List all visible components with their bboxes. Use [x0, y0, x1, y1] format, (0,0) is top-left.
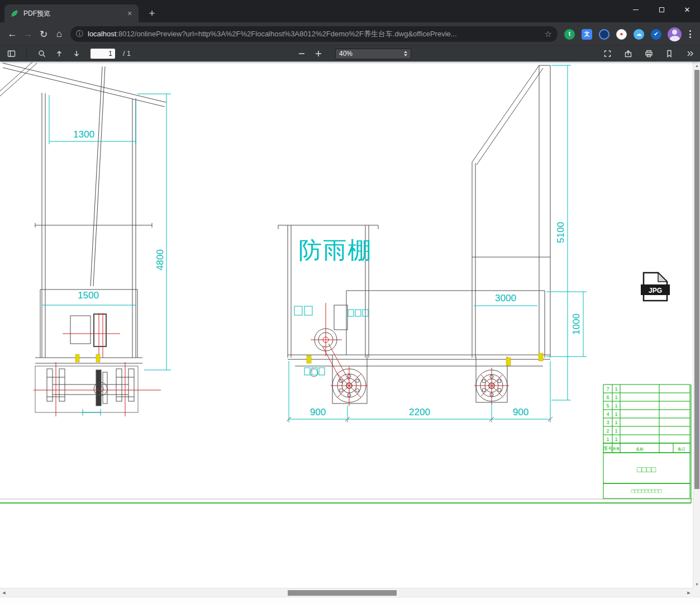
dim-front-width: 1300	[73, 129, 94, 140]
print-icon	[644, 49, 654, 58]
tb-row-no: 2	[606, 428, 609, 434]
view-bookmark-button[interactable]	[663, 47, 676, 60]
maximize-icon	[659, 7, 664, 12]
page-up-button[interactable]	[53, 47, 66, 60]
pdf-page-canvas: 1300 4800 1500 5100 3000 1000 900 2200 9…	[0, 61, 693, 588]
window-titlebar: PDF预览 ✕ + ✕	[0, 0, 700, 22]
zoom-in-button[interactable]	[312, 47, 325, 60]
extension-icon-1[interactable]: t	[563, 27, 577, 41]
arrow-down-icon	[72, 49, 81, 58]
jpg-badge-label: JPG	[649, 287, 662, 295]
zoom-value: 40%	[339, 50, 404, 58]
scroll-up-arrow-icon[interactable]: ▲	[693, 61, 700, 69]
pdf-toolbar: / 1 40%	[0, 46, 700, 61]
extension-icon-3[interactable]	[597, 27, 611, 41]
minimize-icon	[633, 10, 639, 10]
bookmark-star-icon[interactable]: ☆	[545, 29, 552, 39]
back-button[interactable]: ←	[4, 26, 20, 42]
jpg-file-icon: JPG	[641, 273, 670, 301]
tb-row-qty: 1	[615, 420, 617, 425]
forward-icon: →	[23, 29, 33, 40]
window-controls: ✕	[623, 0, 700, 19]
zoom-select[interactable]: 40%	[335, 49, 411, 59]
url-bar[interactable]: ⓘ localhost:8012/onlinePreview?url=http%…	[70, 26, 558, 42]
new-tab-button[interactable]: +	[144, 6, 160, 21]
print-button[interactable]	[642, 47, 655, 60]
scroll-right-arrow-icon[interactable]: ▶	[685, 588, 693, 597]
tb-footer-text: □□□□□□□□□	[631, 488, 661, 494]
horizontal-scrollbar-thumb[interactable]	[288, 590, 397, 596]
tb-row-no: 7	[606, 386, 609, 392]
profile-avatar[interactable]	[668, 27, 682, 41]
close-icon: ✕	[684, 6, 691, 13]
tb-row-qty: 1	[615, 386, 617, 392]
cad-drawing: 1300 4800 1500 5100 3000 1000 900 2200 9…	[0, 61, 693, 588]
tb-row-qty: 1	[615, 428, 617, 434]
front-view-lines	[0, 62, 166, 412]
url-text: localhost:8012/onlinePreview?url=http%3A…	[88, 29, 540, 39]
tb-row-no: 3	[606, 420, 609, 425]
search-icon	[37, 49, 46, 58]
dim-bottom-left: 900	[310, 407, 326, 417]
tb-header-qty: 数量	[613, 447, 620, 450]
dim-side-box-height: 1000	[571, 314, 582, 335]
sidebar-toggle-icon	[7, 49, 16, 58]
tb-header-no: 序号	[603, 446, 613, 452]
tb-row-no: 4	[606, 411, 609, 417]
sidebar-toggle-button[interactable]	[4, 47, 18, 60]
browser-tab[interactable]: PDF预览 ✕	[4, 4, 139, 22]
bookmark-icon	[665, 49, 674, 58]
zoom-select-arrows-icon	[404, 51, 407, 56]
search-button[interactable]	[35, 47, 49, 60]
toolbar-separator	[26, 49, 27, 58]
horizontal-scrollbar[interactable]: ◀ ▶	[0, 588, 693, 597]
back-icon: ←	[8, 29, 17, 40]
forward-button[interactable]: →	[20, 26, 36, 42]
home-button[interactable]: ⌂	[51, 26, 67, 42]
close-button[interactable]: ✕	[674, 0, 700, 19]
browser-menu-button[interactable]	[684, 27, 696, 41]
scrollbar-corner	[693, 588, 700, 597]
zoom-in-icon	[314, 49, 323, 58]
open-file-button[interactable]	[621, 47, 635, 60]
open-file-icon	[623, 49, 633, 58]
tb-header-name: 名称	[636, 447, 644, 452]
reload-icon: ↻	[40, 29, 47, 40]
page-number-input[interactable]	[91, 49, 115, 59]
tb-row-no: 1	[606, 436, 609, 442]
tb-row-qty: 1	[615, 436, 617, 442]
red-centerlines	[34, 303, 553, 421]
dim-front-height: 4800	[155, 249, 165, 270]
tab-title: PDF预览	[23, 9, 121, 18]
url-path: :8012/onlinePreview?url=http%3A%2F%2Floc…	[116, 30, 456, 38]
dim-side-height: 5100	[555, 222, 566, 243]
extension-icon-2[interactable]: 文	[580, 27, 594, 41]
title-block: 7 1 6 1 5 1 4 1 3 1 2 1 1 1 序号 数量 名称 备注 …	[603, 384, 690, 498]
zoom-out-button[interactable]	[295, 47, 308, 60]
vertical-scrollbar-thumb[interactable]	[694, 70, 699, 489]
extension-icon-6[interactable]: ✔	[649, 27, 663, 41]
address-bar: ← → ↻ ⌂ ⓘ localhost:8012/onlinePreview?u…	[0, 22, 700, 46]
dim-side-top-width: 3000	[495, 293, 516, 303]
double-chevron-icon	[685, 49, 694, 58]
tb-row-qty: 1	[615, 411, 617, 417]
scroll-down-arrow-icon[interactable]: ▼	[693, 580, 700, 588]
dim-bottom-right: 900	[513, 407, 528, 417]
maximize-button[interactable]	[649, 0, 674, 19]
tb-row-qty: 1	[615, 403, 617, 409]
extension-icon-5[interactable]: ☁	[632, 27, 646, 41]
home-icon: ⌂	[56, 29, 62, 40]
tb-header-note: 备注	[678, 447, 685, 452]
scroll-left-arrow-icon[interactable]: ◀	[0, 588, 8, 597]
leaf-favicon-icon	[10, 9, 19, 18]
side-view-lines	[278, 65, 550, 403]
presentation-mode-button[interactable]	[601, 47, 614, 60]
extension-icon-4[interactable]: ●	[615, 27, 628, 41]
site-info-icon[interactable]: ⓘ	[76, 29, 83, 39]
more-tools-button[interactable]	[683, 47, 697, 60]
minimize-button[interactable]	[623, 0, 649, 19]
page-down-button[interactable]	[70, 47, 83, 60]
tab-close-icon[interactable]: ✕	[125, 9, 134, 18]
reload-button[interactable]: ↻	[36, 26, 51, 42]
vertical-scrollbar[interactable]: ▲ ▼	[693, 61, 700, 588]
